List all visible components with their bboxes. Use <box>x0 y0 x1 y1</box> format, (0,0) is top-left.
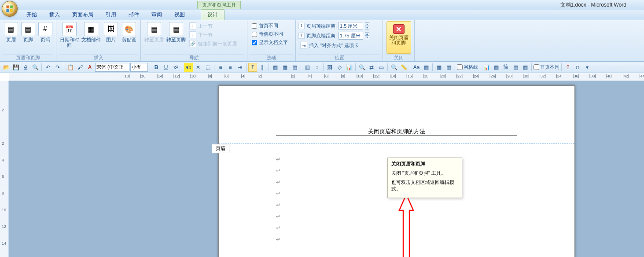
clipart-button[interactable]: 🎨剪贴画 <box>121 21 138 42</box>
group-position: ⇕ 页眉顶端距离: 1.5 厘米 ▲▼ ⇕ 页脚底端距离: 1.75 厘米 ▲▼… <box>296 20 383 61</box>
goto-header-label: 转至页眉 <box>144 37 164 42</box>
header-icon: ▤ <box>4 22 18 36</box>
misc-button-1[interactable]: ▦ <box>434 63 443 72</box>
tab-references[interactable]: 引用 <box>99 10 122 20</box>
bullets-button[interactable]: ≡ <box>216 63 225 72</box>
picture-label: 图片 <box>106 37 116 42</box>
link-previous-button[interactable]: 🔗链接到前一条页眉 <box>188 40 239 48</box>
show-doc-text-label: 显示文档文字 <box>259 39 288 46</box>
more-button[interactable]: ▾ <box>583 63 592 72</box>
misc-button-4[interactable]: ▦ <box>492 63 500 72</box>
indent-button[interactable]: ⇥ <box>236 63 244 72</box>
font-color-icon[interactable]: A <box>85 63 94 72</box>
replace-button[interactable]: ⇄ <box>367 63 376 72</box>
bold-button[interactable]: B <box>152 63 161 72</box>
show-doc-text-checkbox[interactable]: 显示文档文字 <box>250 39 290 46</box>
picture-button[interactable]: 🖼图片 <box>102 21 119 42</box>
group-label: 选项 <box>250 54 293 61</box>
select-button[interactable]: ▭ <box>377 63 386 72</box>
tab-design[interactable]: 设计 <box>201 9 224 20</box>
date-time-button[interactable]: 📅日期和时间 <box>59 21 80 48</box>
gridlines-checkbox[interactable]: 网格线 <box>457 64 478 70</box>
shapes-button[interactable]: ◇ <box>335 63 344 72</box>
first-page-diff-checkbox[interactable]: 首页不同 <box>534 64 559 70</box>
zoom-button[interactable]: 🔍 <box>390 63 398 72</box>
goto-footer-label: 转至页脚 <box>166 37 186 42</box>
ruler-toggle-button[interactable]: 📏 <box>399 63 408 72</box>
undo-icon[interactable]: ↶ <box>44 63 52 72</box>
document-body[interactable]: ↵ ↵ ↵ ↵ ↵ ↵ ↵ ↵ <box>276 156 280 248</box>
help-button[interactable]: ? <box>563 63 572 72</box>
header-button[interactable]: ▤页眉 <box>3 21 19 42</box>
group-insert: 📅日期和时间 ▦文档部件 🖼图片 🎨剪贴画 插入 <box>56 20 141 61</box>
tab-view[interactable]: 视图 <box>168 10 191 20</box>
spin-up[interactable]: ▲ <box>365 32 369 36</box>
tab-home[interactable]: 开始 <box>20 10 43 20</box>
superscript-button[interactable]: x² <box>171 63 180 72</box>
char-border-button[interactable]: ⬚ <box>203 63 212 72</box>
merge-cells-button[interactable]: ▦ <box>290 63 299 72</box>
prev-section-button[interactable]: ↑上一节 <box>188 22 239 30</box>
find-button[interactable]: 🔍 <box>357 63 366 72</box>
misc-button-2[interactable]: ▦ <box>444 63 453 72</box>
next-section-button[interactable]: ↓下一节 <box>188 31 239 39</box>
equation-button[interactable]: π <box>573 63 582 72</box>
paste-icon[interactable]: 📋 <box>66 63 75 72</box>
group-close: ✕ 关闭页眉和页脚 关闭 <box>383 20 415 61</box>
spin-up[interactable]: ▲ <box>365 22 369 26</box>
text-direction-button[interactable]: ↕ <box>313 63 321 72</box>
different-first-page-checkbox[interactable]: 首页不同 <box>250 22 290 29</box>
font-size-selector[interactable]: 小五 <box>130 63 148 72</box>
font-selector[interactable]: 宋体 (中文正 <box>95 63 129 72</box>
highlight-button[interactable]: ab <box>184 63 193 72</box>
tab-review[interactable]: 审阅 <box>145 10 168 20</box>
vertical-ruler[interactable]: 224681012141618 <box>0 81 9 257</box>
preview-icon[interactable]: 🔍 <box>31 63 40 72</box>
footer-bottom-field[interactable]: 1.75 厘米 <box>339 32 363 40</box>
goto-footer-button[interactable]: ▤转至页脚 <box>166 21 187 42</box>
doc-parts-button[interactable]: ▦文档部件 <box>81 21 101 42</box>
misc-button-3[interactable]: 📊 <box>482 63 491 72</box>
redo-icon[interactable]: ↷ <box>53 63 62 72</box>
close-header-footer-button[interactable]: ✕ 关闭页眉和页脚 <box>386 21 411 54</box>
page-number-button[interactable]: #页码 <box>37 21 53 42</box>
svg-rect-4 <box>10 9 13 12</box>
align-button[interactable]: ⤒ <box>248 63 257 72</box>
tab-layout[interactable]: 页面布局 <box>66 10 99 20</box>
chart-button[interactable]: 📊 <box>345 63 353 72</box>
document-canvas[interactable]: 关闭页眉和页脚的方法 页眉 ↵ ↵ ↵ ↵ ↵ ↵ ↵ ↵ <box>9 81 644 257</box>
misc-button-5[interactable]: ▦ <box>511 63 520 72</box>
goto-header-button[interactable]: ▤转至页眉 <box>144 21 165 42</box>
numbering-button[interactable]: ≡ <box>226 63 235 72</box>
footer-button[interactable]: ▤页脚 <box>20 21 36 42</box>
picture-insert-button[interactable]: 🖼 <box>325 63 334 72</box>
clear-format-button[interactable]: ✕ <box>194 63 202 72</box>
misc-button-6[interactable]: ▦ <box>521 63 530 72</box>
save-icon[interactable]: 💾 <box>11 63 20 72</box>
underline-button[interactable]: U <box>162 63 170 72</box>
format-painter-icon[interactable]: 🖌 <box>76 63 85 72</box>
footer-bottom-label: 页脚底端距离: <box>306 33 337 39</box>
open-icon[interactable]: 📂 <box>2 63 11 72</box>
phonetic-guide-button[interactable]: 筒 <box>501 63 510 72</box>
different-odd-even-checkbox[interactable]: 奇偶页不同 <box>250 30 290 38</box>
tab-insert[interactable]: 插入 <box>43 10 66 20</box>
doc-parts-icon: ▦ <box>84 22 98 36</box>
print-icon[interactable]: 🖨 <box>21 63 30 72</box>
borders-button[interactable]: ▦ <box>422 63 431 72</box>
spin-down[interactable]: ▼ <box>365 26 369 29</box>
tab-mail[interactable]: 邮件 <box>122 10 145 20</box>
header-top-field[interactable]: 1.5 厘米 <box>339 22 363 30</box>
styles-button[interactable]: Aa <box>412 63 421 72</box>
spin-down[interactable]: ▼ <box>365 36 369 39</box>
line-spacing-button[interactable]: ‖ <box>258 63 267 72</box>
table-button[interactable]: ▦ <box>271 63 280 72</box>
office-button[interactable] <box>2 1 18 17</box>
insert-align-tab-button[interactable]: ⇥插入 "对齐方式" 选项卡 <box>298 41 369 49</box>
horizontal-ruler[interactable]: |18||16||14||12||10||8||6||4||2||2||4||6… <box>9 73 644 81</box>
columns-button[interactable]: ▥ <box>303 63 312 72</box>
page-header-area[interactable]: 关闭页眉和页脚的方法 <box>276 126 517 136</box>
insert-rows-button[interactable]: ▦ <box>280 63 289 72</box>
paragraph-mark: ↵ <box>276 168 280 179</box>
paragraph-mark: ↵ <box>276 225 280 236</box>
